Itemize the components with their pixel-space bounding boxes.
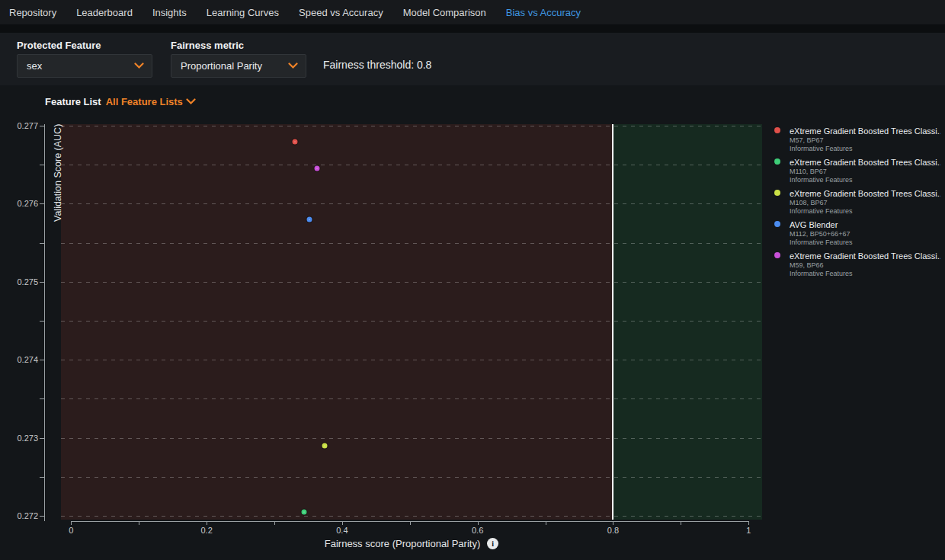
- legend-marker-icon: [774, 221, 780, 227]
- y-tick-label: 0.276: [8, 199, 38, 208]
- legend-item[interactable]: eXtreme Gradient Boosted Trees Classi...…: [774, 158, 940, 184]
- y-tick-label: 0.272: [8, 511, 38, 520]
- top-nav: RepositoryLeaderboardInsightsLearning Cu…: [0, 0, 945, 24]
- data-point-m57[interactable]: [292, 139, 297, 144]
- feature-list-label: Feature List: [45, 96, 101, 107]
- legend-marker-icon: [774, 252, 780, 258]
- legend-model-name: eXtreme Gradient Boosted Trees Classi...: [790, 189, 940, 199]
- chevron-down-icon: [288, 62, 298, 69]
- y-tick-mark: [40, 438, 44, 439]
- legend-item[interactable]: eXtreme Gradient Boosted Trees Classi...…: [774, 126, 940, 153]
- legend-model-id: M110, BP67: [790, 168, 940, 176]
- y-tick-label: 0.275: [8, 277, 38, 286]
- gridline: [61, 398, 762, 399]
- x-tick-mark: [748, 521, 749, 525]
- x-tick-label: 1: [732, 526, 765, 535]
- legend-item[interactable]: AVG BlenderM112, BP50+66+67Informative F…: [774, 220, 940, 247]
- x-tick-mark: [274, 521, 275, 525]
- tab-speed-vs-accuracy[interactable]: Speed vs Accuracy: [299, 7, 383, 18]
- data-point-m110[interactable]: [302, 509, 307, 514]
- tab-learning-curves[interactable]: Learning Curves: [207, 7, 279, 18]
- x-tick-label: 0.2: [190, 526, 223, 535]
- x-tick-mark: [410, 521, 411, 525]
- legend-marker-icon: [774, 190, 780, 196]
- x-tick-mark: [71, 521, 72, 525]
- protected-feature-dropdown[interactable]: sex: [17, 54, 152, 78]
- legend-feature-list: Informative Features: [790, 207, 940, 216]
- region-below-threshold: [61, 124, 613, 520]
- y-tick-mark: [40, 165, 44, 165]
- gridline: [61, 203, 762, 204]
- fairness-metric-value: Proportional Parity: [181, 60, 288, 72]
- legend-item[interactable]: eXtreme Gradient Boosted Trees Classi...…: [774, 189, 940, 216]
- feature-list-row: Feature List All Feature Lists: [45, 96, 196, 107]
- data-point-m108[interactable]: [322, 443, 327, 448]
- fairness-threshold-text: Fairness threshold: 0.8: [323, 59, 431, 71]
- gridline: [61, 438, 762, 439]
- gridline: [61, 360, 762, 360]
- legend-feature-list: Informative Features: [790, 270, 940, 278]
- chart-legend: eXtreme Gradient Boosted Trees Classi...…: [774, 126, 940, 283]
- gridline: [61, 516, 762, 517]
- legend-model-name: eXtreme Gradient Boosted Trees Classi...: [790, 126, 940, 136]
- tab-leaderboard[interactable]: Leaderboard: [76, 7, 133, 18]
- legend-model-name: eXtreme Gradient Boosted Trees Classi...: [790, 251, 940, 261]
- feature-list-selector[interactable]: All Feature Lists: [106, 96, 196, 107]
- chevron-down-icon: [134, 62, 144, 69]
- legend-marker-icon: [774, 158, 780, 165]
- legend-model-name: eXtreme Gradient Boosted Trees Classi...: [790, 158, 940, 168]
- data-point-m59[interactable]: [315, 166, 320, 171]
- y-axis-title: Validation Score (AUC): [53, 124, 63, 222]
- y-tick-label: 0.277: [8, 121, 38, 130]
- tab-repository[interactable]: Repository: [9, 7, 56, 18]
- y-tick-mark: [40, 516, 44, 517]
- legend-model-id: M108, BP67: [790, 199, 940, 207]
- x-tick-mark: [139, 521, 139, 525]
- legend-model-id: M112, BP50+66+67: [790, 230, 853, 238]
- info-icon[interactable]: i: [487, 538, 498, 549]
- app-root: RepositoryLeaderboardInsightsLearning Cu…: [0, 0, 945, 560]
- y-tick-mark: [40, 282, 44, 283]
- fairness-metric-dropdown[interactable]: Proportional Parity: [171, 54, 306, 78]
- feature-list-value: All Feature Lists: [106, 96, 183, 107]
- tab-bias-vs-accuracy[interactable]: Bias vs Accuracy: [506, 7, 581, 18]
- legend-feature-list: Informative Features: [790, 238, 853, 247]
- x-axis-title: Fairness score (Proportional Parity): [325, 538, 480, 549]
- x-tick-mark: [546, 521, 546, 525]
- x-tick-label: 0.6: [461, 526, 495, 535]
- y-tick-mark: [40, 360, 44, 360]
- legend-model-id: M59, BP66: [790, 261, 940, 270]
- data-point-m112[interactable]: [307, 216, 312, 222]
- tab-model-comparison[interactable]: Model Comparison: [403, 7, 486, 18]
- y-tick-mark: [40, 398, 44, 399]
- y-tick-label: 0.274: [8, 355, 38, 364]
- gridline: [61, 321, 762, 322]
- legend-item[interactable]: eXtreme Gradient Boosted Trees Classi...…: [774, 251, 940, 278]
- x-tick-mark: [207, 521, 207, 525]
- y-tick-mark: [40, 477, 44, 478]
- gridline: [61, 282, 762, 283]
- region-above-threshold: [613, 124, 762, 520]
- filter-panel: Protected Feature sex Fairness metric Pr…: [0, 33, 945, 85]
- x-tick-mark: [342, 521, 343, 525]
- fairness-metric-label: Fairness metric: [171, 40, 244, 51]
- legend-text: eXtreme Gradient Boosted Trees Classi...…: [790, 251, 940, 278]
- protected-feature-label: Protected Feature: [17, 40, 101, 51]
- chevron-down-icon: [186, 98, 196, 105]
- y-tick-mark: [40, 321, 44, 322]
- legend-feature-list: Informative Features: [790, 176, 940, 184]
- legend-text: eXtreme Gradient Boosted Trees Classi...…: [790, 189, 940, 216]
- tab-insights[interactable]: Insights: [152, 7, 187, 18]
- y-tick-mark: [40, 126, 44, 126]
- legend-marker-icon: [774, 127, 780, 133]
- legend-text: eXtreme Gradient Boosted Trees Classi...…: [790, 158, 940, 184]
- legend-feature-list: Informative Features: [790, 145, 940, 153]
- legend-text: AVG BlenderM112, BP50+66+67Informative F…: [790, 220, 853, 247]
- y-tick-mark: [40, 243, 44, 244]
- x-tick-mark: [613, 521, 613, 525]
- legend-text: eXtreme Gradient Boosted Trees Classi...…: [790, 126, 940, 153]
- y-tick-mark: [40, 203, 44, 204]
- x-tick-label: 0: [54, 526, 88, 535]
- scatter-plot-area: [61, 124, 762, 520]
- y-axis-line: [44, 124, 45, 521]
